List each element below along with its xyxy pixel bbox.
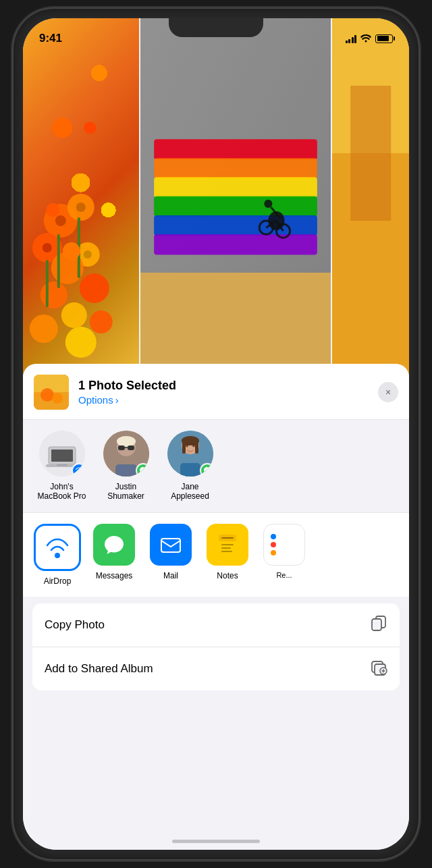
svg-rect-52 <box>125 447 128 448</box>
phone-frame: 9:41 <box>14 9 418 859</box>
photos-area: ✓ <box>23 18 409 410</box>
notes-icon <box>207 524 248 566</box>
app-notes[interactable]: Notes <box>204 524 251 580</box>
photos-row: ✓ <box>23 18 409 410</box>
chalk-background <box>140 18 331 410</box>
svg-rect-69 <box>221 537 234 539</box>
svg-point-29 <box>264 200 272 208</box>
svg-rect-58 <box>195 440 198 454</box>
close-icon: × <box>385 387 391 398</box>
messages-label: Messages <box>96 571 133 580</box>
svg-rect-71 <box>372 619 381 630</box>
shared-album-icon <box>370 658 387 680</box>
svg-point-3 <box>76 242 100 267</box>
svg-point-41 <box>52 393 63 404</box>
svg-rect-16 <box>78 217 80 278</box>
photo-chalk[interactable]: ✓ <box>140 18 331 410</box>
svg-point-6 <box>80 273 109 303</box>
contacts-row: John's MacBook Pro <box>23 420 409 512</box>
contact-justin[interactable]: Justin Shumaker <box>101 431 151 501</box>
chevron-right-icon: › <box>115 394 119 406</box>
mail-label: Mail <box>163 571 178 580</box>
signal-icon <box>346 34 357 43</box>
notes-label: Notes <box>217 571 238 580</box>
reminders-icon <box>263 524 305 566</box>
justin-avatar <box>103 431 149 477</box>
battery-icon <box>375 34 393 43</box>
svg-point-10 <box>65 327 97 358</box>
svg-rect-67 <box>221 547 231 549</box>
svg-rect-25 <box>154 196 317 217</box>
svg-point-49 <box>117 436 136 447</box>
share-title: 1 Photo Selected <box>78 379 369 393</box>
app-reminders[interactable]: Re... <box>261 524 308 579</box>
share-title-area: 1 Photo Selected Options › <box>78 379 369 406</box>
svg-rect-44 <box>51 450 73 462</box>
messages-icon <box>93 524 135 566</box>
app-airdrop[interactable]: AirDrop <box>34 524 81 586</box>
svg-rect-59 <box>180 463 200 477</box>
svg-rect-24 <box>154 178 317 198</box>
apps-row: AirDrop Messages <box>23 512 409 597</box>
svg-point-13 <box>43 243 52 252</box>
svg-rect-22 <box>154 139 317 159</box>
action-buttons: Copy Photo Add to Shared Album <box>32 603 400 690</box>
justin-name: Justin Shumaker <box>101 482 151 501</box>
reminders-label: Re... <box>276 571 292 579</box>
copy-photo-button[interactable]: Copy Photo <box>32 603 400 647</box>
svg-rect-27 <box>154 234 317 254</box>
add-shared-album-button[interactable]: Add to Shared Album <box>32 647 400 690</box>
notch <box>169 18 263 37</box>
share-thumbnail <box>34 375 69 410</box>
jane-avatar <box>167 431 213 477</box>
app-messages[interactable]: Messages <box>90 524 138 580</box>
airdrop-badge <box>72 463 85 477</box>
macbook-avatar <box>39 431 85 477</box>
svg-rect-46 <box>57 464 68 466</box>
svg-rect-57 <box>182 440 186 454</box>
svg-rect-37 <box>350 86 391 221</box>
svg-point-14 <box>84 250 92 259</box>
jane-messages-badge <box>200 463 213 477</box>
svg-point-62 <box>55 553 60 558</box>
add-shared-album-label: Add to Shared Album <box>45 662 153 676</box>
svg-rect-66 <box>221 544 234 545</box>
status-time: 9:41 <box>39 32 62 45</box>
share-header: 1 Photo Selected Options › × <box>23 364 409 420</box>
airdrop-label: AirDrop <box>44 576 72 586</box>
app-mail[interactable]: Mail <box>147 524 194 580</box>
svg-point-4 <box>51 252 84 284</box>
svg-point-9 <box>90 310 113 333</box>
svg-rect-68 <box>221 551 232 552</box>
photo-flowers[interactable] <box>23 18 139 410</box>
svg-point-1 <box>68 194 94 221</box>
svg-point-12 <box>76 202 86 212</box>
svg-rect-53 <box>115 464 137 477</box>
svg-point-7 <box>61 302 87 328</box>
svg-rect-26 <box>154 215 317 236</box>
svg-rect-50 <box>118 445 125 450</box>
share-options[interactable]: Options › <box>78 394 369 406</box>
contact-macbook[interactable]: John's MacBook Pro <box>36 431 87 501</box>
svg-point-2 <box>32 233 62 263</box>
svg-rect-51 <box>128 445 134 450</box>
photo-yellow[interactable] <box>332 18 409 410</box>
copy-icon <box>370 614 387 636</box>
airdrop-icon <box>36 526 78 568</box>
airdrop-selected-border <box>34 524 81 571</box>
macbook-name: John's MacBook Pro <box>36 482 87 501</box>
phone-screen: 9:41 <box>23 18 409 850</box>
battery-fill <box>377 36 389 41</box>
close-button[interactable]: × <box>378 382 398 402</box>
contact-jane[interactable]: Jane Appleseed <box>165 431 215 501</box>
svg-point-0 <box>44 204 78 238</box>
copy-photo-label: Copy Photo <box>45 618 105 632</box>
jane-name: Jane Appleseed <box>165 482 215 501</box>
svg-rect-23 <box>154 158 317 178</box>
svg-point-8 <box>30 315 58 343</box>
svg-rect-63 <box>161 539 180 552</box>
options-label: Options <box>78 394 113 406</box>
status-icons <box>346 33 394 45</box>
wifi-icon <box>360 33 371 45</box>
home-indicator <box>172 840 260 843</box>
